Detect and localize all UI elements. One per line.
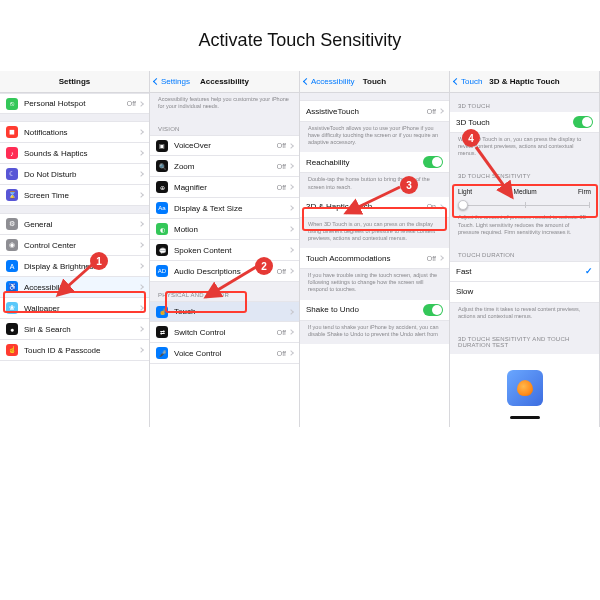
sens-header: 3D TOUCH SENSITIVITY (450, 163, 599, 182)
chevron-right-icon (138, 305, 144, 311)
test-image[interactable] (507, 370, 543, 406)
app-icon: ♿ (6, 281, 18, 293)
row-audio-descriptions[interactable]: AD Audio Descriptions Off (150, 261, 299, 282)
chevron-right-icon (288, 205, 294, 211)
row-magnifier[interactable]: ⊕ Magnifier Off (150, 177, 299, 198)
app-icon: AD (156, 265, 168, 277)
vision-header: VISION (150, 116, 299, 135)
row-duration-fast[interactable]: Fast✓ (450, 261, 599, 282)
chevron-right-icon (438, 255, 444, 261)
back-to-touch[interactable]: Touch (450, 77, 482, 86)
settings-row-sounds-haptics[interactable]: ♪ Sounds & Haptics (0, 143, 149, 164)
threeD-toggle[interactable] (573, 116, 593, 128)
chevron-right-icon (138, 221, 144, 227)
settings-row-notifications[interactable]: ◼ Notifications (0, 122, 149, 143)
row-voice-control[interactable]: 🎤 Voice Control Off (150, 343, 299, 364)
sensitivity-labels: Light Medium Firm (450, 182, 599, 195)
app-icon: ⚙ (6, 218, 18, 230)
chevron-right-icon (438, 108, 444, 114)
row-voiceover[interactable]: ▣ VoiceOver Off (150, 135, 299, 156)
row-touch[interactable]: ☝ Touch (150, 301, 299, 322)
reachability-desc: Double-tap the home button to bring the … (300, 173, 449, 196)
sens-desc: Adjust the amount of pressure needed to … (450, 211, 599, 241)
app-icon: 💬 (156, 244, 168, 256)
app-icon: ♪ (6, 147, 18, 159)
chevron-right-icon (288, 329, 294, 335)
app-icon: ⌛ (6, 189, 18, 201)
step-3: 3 (400, 176, 418, 194)
row-switch-control[interactable]: ⇄ Switch Control Off (150, 322, 299, 343)
motor-header: PHYSICAL AND MOTOR (150, 282, 299, 301)
settings-row-personal-hotspot[interactable]: ⎋ Personal Hotspot Off (0, 93, 149, 114)
chevron-right-icon (138, 242, 144, 248)
step-4: 4 (462, 129, 480, 147)
row-zoom[interactable]: 🔍 Zoom Off (150, 156, 299, 177)
chevron-right-icon (138, 263, 144, 269)
chevron-right-icon (138, 150, 144, 156)
row-motion[interactable]: ◐ Motion (150, 219, 299, 240)
back-to-settings[interactable]: Settings (150, 77, 190, 86)
chevron-right-icon (138, 129, 144, 135)
step-2: 2 (255, 257, 273, 275)
chevron-right-icon (288, 309, 294, 315)
sensitivity-slider[interactable] (460, 199, 589, 209)
reachability-toggle[interactable] (423, 156, 443, 168)
chevron-right-icon (288, 226, 294, 232)
duration-desc: Adjust the time it takes to reveal conte… (450, 303, 599, 326)
chevron-right-icon (138, 326, 144, 332)
app-icon: Aa (156, 202, 168, 214)
shake-desc: If you tend to shake your iPhone by acci… (300, 321, 449, 344)
settings-row-wallpaper[interactable]: ❀ Wallpaper (0, 298, 149, 319)
app-icon: ☝ (6, 344, 18, 356)
row-duration-slow[interactable]: Slow (450, 282, 599, 303)
back-to-accessibility[interactable]: Accessibility (300, 77, 355, 86)
app-icon: 🎤 (156, 347, 168, 359)
settings-row-accessibility[interactable]: ♿ Accessibility (0, 277, 149, 298)
threeD-header: Touch 3D & Haptic Touch (450, 71, 599, 93)
app-icon: ☝ (156, 306, 168, 318)
app-icon: A (6, 260, 18, 272)
app-icon: ⊕ (156, 181, 168, 193)
step-1: 1 (90, 252, 108, 270)
chevron-left-icon (303, 78, 310, 85)
panels-container: Settings ⎋ Personal Hotspot Off ◼ Notifi… (0, 71, 600, 427)
accessibility-header: Settings Accessibility (150, 71, 299, 93)
chevron-left-icon (153, 78, 160, 85)
settings-row-siri-search[interactable]: ● Siri & Search (0, 319, 149, 340)
row-assistivetouch[interactable]: AssistiveTouch Off (300, 101, 449, 122)
chevron-right-icon (438, 204, 444, 210)
panel-settings: Settings ⎋ Personal Hotspot Off ◼ Notifi… (0, 71, 150, 427)
chevron-right-icon (288, 247, 294, 253)
chevron-left-icon (453, 78, 460, 85)
shake-toggle[interactable] (423, 304, 443, 316)
row-reachability[interactable]: Reachability (300, 152, 449, 173)
threeD-desc: When 3D Touch is on, you can press on th… (300, 218, 449, 248)
assistive-desc: AssistiveTouch allows you to use your iP… (300, 122, 449, 152)
chevron-right-icon (288, 268, 294, 274)
settings-row-touch-id-passcode[interactable]: ☝ Touch ID & Passcode (0, 340, 149, 361)
app-icon: ▣ (156, 140, 168, 152)
row-shake-to-undo[interactable]: Shake to Undo (300, 300, 449, 321)
row-spoken-content[interactable]: 💬 Spoken Content (150, 240, 299, 261)
chevron-right-icon (138, 284, 144, 290)
panel-touch: Accessibility Touch AssistiveTouch Off A… (300, 71, 450, 427)
app-icon: ◼ (6, 126, 18, 138)
app-icon: ● (6, 323, 18, 335)
chevron-right-icon (138, 171, 144, 177)
row-display-text-size[interactable]: Aa Display & Text Size (150, 198, 299, 219)
test-header: 3D TOUCH SENSITIVITY AND TOUCH DURATION … (450, 326, 599, 354)
app-icon: ⇄ (156, 326, 168, 338)
accom-desc: If you have trouble using the touch scre… (300, 269, 449, 299)
chevron-right-icon (138, 347, 144, 353)
settings-row-general[interactable]: ⚙ General (0, 214, 149, 235)
settings-row-control-center[interactable]: ◉ Control Center (0, 235, 149, 256)
accessibility-desc: Accessibility features help you customiz… (150, 93, 299, 116)
row-touch-accommodations[interactable]: Touch Accommodations Off (300, 248, 449, 269)
checkmark-icon: ✓ (585, 266, 593, 276)
settings-row-display-brightness[interactable]: A Display & Brightness (0, 256, 149, 277)
settings-row-screen-time[interactable]: ⌛ Screen Time (0, 185, 149, 206)
row-3d-haptic-touch[interactable]: 3D & Haptic Touch On (300, 197, 449, 218)
sens-light: Light (458, 188, 472, 195)
settings-row-do-not-disturb[interactable]: ☾ Do Not Disturb (0, 164, 149, 185)
panel-3d-haptic: Touch 3D & Haptic Touch 3D TOUCH 3D Touc… (450, 71, 600, 427)
